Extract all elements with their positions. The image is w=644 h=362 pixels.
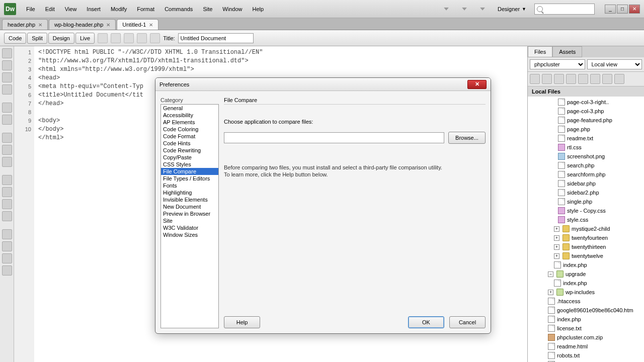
menu-window[interactable]: Window: [218, 4, 246, 14]
category-item[interactable]: General: [161, 105, 218, 112]
expand-all-icon[interactable]: [2, 84, 12, 95]
tree-row[interactable]: sidebar2.php: [528, 188, 644, 197]
tree-row[interactable]: sidebar.php: [528, 179, 644, 188]
line-numbers-icon[interactable]: [2, 133, 12, 143]
document-tab[interactable]: wp-blog-header.php✕: [49, 19, 116, 30]
category-item[interactable]: Invisible Elements: [161, 196, 218, 203]
menu-insert[interactable]: Insert: [83, 4, 105, 14]
dialog-titlebar[interactable]: Preferences ✕: [155, 78, 491, 91]
tree-row[interactable]: sitemap.xml: [528, 360, 644, 362]
menu-modify[interactable]: Modify: [107, 4, 131, 14]
assets-tab[interactable]: Assets: [552, 46, 582, 57]
category-item[interactable]: New Document: [161, 203, 218, 210]
tree-row[interactable]: +mystique2-child: [528, 224, 644, 233]
category-list[interactable]: GeneralAccessibilityAP ElementsCode Colo…: [160, 104, 219, 328]
menu-view[interactable]: View: [61, 4, 81, 14]
tree-expander-icon[interactable]: +: [554, 235, 559, 241]
category-item[interactable]: File Types / Editors: [161, 175, 218, 182]
dialog-close-button[interactable]: ✕: [467, 80, 487, 89]
tree-expander-icon[interactable]: +: [554, 244, 559, 250]
syntax-error-icon[interactable]: [2, 157, 12, 167]
view-design-button[interactable]: Design: [48, 33, 74, 44]
tree-row[interactable]: +wp-includes: [528, 288, 644, 297]
recent-snippets-icon[interactable]: [2, 211, 12, 221]
tree-row[interactable]: searchform.php: [528, 170, 644, 179]
category-item[interactable]: Copy/Paste: [161, 154, 218, 161]
category-item[interactable]: Accessibility: [161, 112, 218, 119]
tree-expander-icon[interactable]: −: [548, 272, 553, 277]
ok-button[interactable]: OK: [408, 316, 444, 328]
tree-expander-icon[interactable]: +: [554, 253, 559, 259]
cancel-button[interactable]: Cancel: [449, 316, 486, 328]
files-tab[interactable]: Files: [528, 46, 552, 57]
document-tab[interactable]: Untitled-1✕: [117, 19, 158, 30]
tree-row[interactable]: phpcluster.com.zip: [528, 333, 644, 342]
menu-file[interactable]: File: [22, 4, 39, 14]
tree-row[interactable]: license.txt: [528, 324, 644, 333]
category-item[interactable]: AP Elements: [161, 119, 218, 126]
select-parent-tag-icon[interactable]: [2, 103, 12, 113]
remove-comment-icon[interactable]: [2, 187, 12, 197]
tree-row[interactable]: page-col-3.php: [528, 107, 644, 116]
site-select[interactable]: phpcluster: [530, 59, 585, 69]
tree-row[interactable]: robots.txt: [528, 351, 644, 360]
checkout-icon[interactable]: [578, 74, 588, 84]
tree-row[interactable]: style.css: [528, 215, 644, 224]
tree-row[interactable]: google89601e09be86c040.htm: [528, 306, 644, 315]
document-tab[interactable]: header.php✕: [2, 19, 48, 30]
tree-row[interactable]: page-col-3-right..: [528, 98, 644, 107]
view-split-button[interactable]: Split: [27, 33, 47, 44]
tree-row[interactable]: page.php: [528, 125, 644, 134]
view-live-button[interactable]: Live: [75, 33, 95, 44]
tab-close-icon[interactable]: ✕: [149, 22, 153, 28]
sync-icon[interactable]: [602, 74, 612, 84]
view-code-button[interactable]: Code: [4, 33, 26, 44]
menu-edit[interactable]: Edit: [41, 4, 59, 14]
maximize-button[interactable]: □: [617, 5, 628, 14]
inspect-icon[interactable]: [124, 33, 134, 43]
category-item[interactable]: File Compare: [161, 168, 218, 175]
tree-row[interactable]: page-featured.php: [528, 116, 644, 125]
collapse-full-tag-icon[interactable]: [2, 60, 12, 70]
category-item[interactable]: Site: [161, 217, 218, 224]
title-input[interactable]: [178, 33, 254, 43]
tree-row[interactable]: index.php: [528, 315, 644, 324]
category-item[interactable]: Highlighting: [161, 189, 218, 196]
category-item[interactable]: Code Coloring: [161, 126, 218, 133]
extension-dropdown-icon[interactable]: [442, 5, 450, 13]
balance-braces-icon[interactable]: [2, 115, 12, 125]
server-debug-icon[interactable]: [111, 33, 121, 43]
refresh-icon[interactable]: [150, 33, 160, 43]
highlight-invalid-icon[interactable]: [2, 145, 12, 155]
indent-icon[interactable]: [2, 241, 12, 251]
tree-row[interactable]: +twentythirteen: [528, 242, 644, 251]
tree-row[interactable]: rtl.css: [528, 143, 644, 152]
refresh-files-icon[interactable]: [542, 74, 552, 84]
tree-row[interactable]: search.php: [528, 161, 644, 170]
outdent-icon[interactable]: [2, 253, 12, 263]
visual-aids-icon[interactable]: [137, 33, 147, 43]
move-css-icon[interactable]: [2, 229, 12, 239]
collapse-selection-icon[interactable]: [2, 72, 12, 82]
tree-expander-icon[interactable]: +: [548, 290, 553, 295]
sync-dropdown-icon[interactable]: [460, 5, 468, 13]
help-button[interactable]: Help: [224, 316, 260, 328]
category-item[interactable]: Window Sizes: [161, 231, 218, 238]
format-source-icon[interactable]: [2, 265, 12, 276]
site-dropdown-icon[interactable]: [478, 5, 487, 13]
category-item[interactable]: Preview in Browser: [161, 210, 218, 217]
menu-help[interactable]: Help: [248, 4, 268, 14]
expand-panel-icon[interactable]: [614, 74, 624, 84]
tree-row[interactable]: readme.html: [528, 342, 644, 351]
category-item[interactable]: Code Rewriting: [161, 147, 218, 154]
wrap-tag-icon[interactable]: [2, 199, 12, 209]
tree-row[interactable]: readme.txt: [528, 134, 644, 143]
connect-icon[interactable]: [530, 74, 540, 84]
put-files-icon[interactable]: [566, 74, 576, 84]
category-item[interactable]: W3C Validator: [161, 224, 218, 231]
minimize-button[interactable]: _: [605, 5, 616, 14]
tree-row[interactable]: screenshot.png: [528, 152, 644, 161]
get-files-icon[interactable]: [554, 74, 564, 84]
layout-switcher[interactable]: Designer ▼: [494, 4, 530, 14]
tree-row[interactable]: style - Copy.css: [528, 206, 644, 215]
